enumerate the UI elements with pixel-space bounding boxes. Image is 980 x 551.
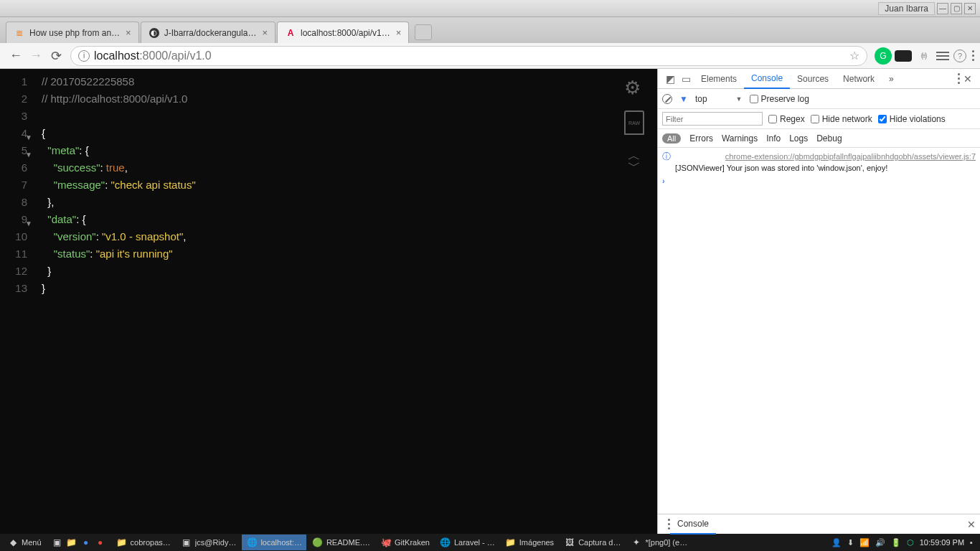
level-warnings[interactable]: Warnings — [722, 133, 758, 143]
window-maximize-button[interactable]: ▢ — [951, 3, 962, 14]
window-close-button[interactable]: ✕ — [964, 3, 976, 14]
devtools-tab-sources[interactable]: Sources — [790, 69, 836, 89]
hide-violations-label: Hide violations — [890, 114, 946, 124]
taskbar-item-1[interactable]: ▣jcs@Ridy… — [176, 534, 241, 550]
drawer-close-button[interactable]: ✕ — [967, 519, 976, 530]
clear-console-icon[interactable] — [662, 94, 672, 104]
taskbar-item-8[interactable]: ✦*[png0] (e… — [626, 534, 692, 550]
window-minimize-button[interactable]: — — [937, 3, 948, 14]
console-filter-row: Regex Hide network Hide violations — [658, 109, 980, 129]
regex-checkbox[interactable]: Regex — [768, 114, 805, 124]
level-debug[interactable]: Debug — [816, 133, 842, 143]
tray-download-icon[interactable]: ⬇ — [847, 538, 854, 547]
dropdown-triangle-icon: ▼ — [736, 95, 743, 103]
taskbar-item-0[interactable]: 📁cobropas… — [112, 534, 175, 550]
level-info[interactable]: Info — [766, 133, 781, 143]
device-toggle-icon[interactable]: ▭ — [678, 71, 694, 87]
help-icon[interactable]: ? — [953, 50, 966, 62]
level-errors[interactable]: Errors — [689, 133, 713, 143]
taskbar-item-3[interactable]: 🟢README.… — [308, 534, 374, 550]
back-button[interactable]: ← — [6, 46, 26, 66]
tab-favicon: ◐ — [149, 27, 160, 39]
url-host: localhost — [94, 50, 139, 62]
filter-icon[interactable]: ▼ — [679, 94, 688, 104]
taskbar-app-icon: ✦ — [631, 537, 642, 548]
console-toolbar: ▼ top ▼ Preserve log — [658, 89, 980, 109]
taskbar-item-label: *[png0] (e… — [645, 538, 687, 547]
gear-icon[interactable]: ⚙ — [624, 79, 644, 99]
tray-battery-icon[interactable]: 🔋 — [891, 538, 901, 547]
tray-wifi-icon[interactable]: 📶 — [859, 538, 870, 547]
taskbar-item-5[interactable]: 🌐Laravel - … — [435, 534, 499, 550]
tab-close-icon[interactable]: × — [396, 27, 402, 38]
bookmark-star-icon[interactable]: ☆ — [849, 49, 859, 62]
drawer-console-tab[interactable]: Console — [670, 514, 716, 534]
taskbar-clock[interactable]: 10:59:09 PM — [920, 538, 964, 547]
level-logs[interactable]: Logs — [789, 133, 808, 143]
console-prompt[interactable]: › — [662, 176, 976, 185]
devtools-tab-console[interactable]: Console — [744, 69, 790, 89]
url-path: /api/v1.0 — [168, 50, 211, 62]
tray-user-icon[interactable]: 👤 — [831, 538, 842, 547]
log-source-link[interactable]: chrome-extension://gbmdgpbipfallnflgajpa… — [675, 151, 976, 162]
info-icon: ⓘ — [662, 151, 671, 162]
context-label: top — [695, 94, 707, 104]
forward-button[interactable]: → — [26, 46, 46, 66]
browser-tab-0[interactable]: ≣How use php from an…× — [6, 22, 139, 43]
taskbar-app-icon: 🌐 — [246, 537, 258, 548]
extension-icon-2[interactable] — [895, 50, 912, 62]
reload-button[interactable]: ⟳ — [46, 46, 66, 66]
browser-tab-strip: ≣How use php from an…×◐J-Ibarra/dockeran… — [0, 17, 980, 43]
tray-bluetooth-icon[interactable]: ⬡ — [907, 538, 914, 547]
hide-network-checkbox[interactable]: Hide network — [811, 114, 872, 124]
taskbar-item-label: Captura d… — [578, 538, 621, 547]
taskbar-app-icon: ▣ — [181, 537, 192, 548]
os-taskbar: ◆Menú ▣📁●● 📁cobropas…▣jcs@Ridy…🌐localhos… — [0, 534, 980, 551]
tab-favicon: A — [285, 27, 296, 39]
fold-toggle[interactable]: ▼ — [24, 146, 33, 164]
start-menu-button[interactable]: ◆Menú — [3, 534, 46, 550]
site-info-icon[interactable]: i — [78, 50, 90, 62]
devtools-panel: ◩ ▭ ElementsConsoleSourcesNetwork » ✕ ▼ … — [657, 69, 980, 534]
taskbar-item-7[interactable]: 🖼Captura d… — [560, 534, 625, 550]
context-selector[interactable]: top ▼ — [695, 94, 743, 104]
taskbar-item-2[interactable]: 🌐localhost:… — [242, 534, 306, 550]
console-body[interactable]: ⓘ chrome-extension://gbmdgpbipfallnflgaj… — [658, 148, 980, 514]
preserve-log-checkbox[interactable]: Preserve log — [750, 94, 809, 104]
extension-icon-1[interactable]: G — [875, 47, 892, 65]
taskbar-item-label: GitKraken — [395, 538, 430, 547]
taskbar-item-label: Imágenes — [519, 538, 554, 547]
system-tray: 👤 ⬇ 📶 🔊 🔋 ⬡ 10:59:09 PM ▪ — [831, 538, 977, 547]
level-all[interactable]: All — [662, 133, 681, 143]
devtools-tab-network[interactable]: Network — [836, 69, 882, 89]
devtools-close-button[interactable]: ✕ — [960, 71, 976, 87]
taskbar-item-label: cobropas… — [131, 538, 171, 547]
inspect-icon[interactable]: ◩ — [662, 71, 678, 87]
fold-arrows[interactable]: ︿﹀ — [628, 151, 641, 171]
tray-volume-icon[interactable]: 🔊 — [875, 538, 885, 547]
taskbar-item-4[interactable]: 🐙GitKraken — [376, 534, 434, 550]
devtools-more-tabs[interactable]: » — [882, 69, 901, 89]
tab-close-icon[interactable]: × — [126, 27, 131, 38]
new-tab-button[interactable] — [415, 24, 432, 40]
taskbar-item-label: localhost:… — [260, 538, 301, 547]
address-bar[interactable]: i localhost:8000/api/v1.0 ☆ — [70, 46, 867, 66]
fold-toggle[interactable]: ▼ — [24, 129, 33, 146]
chrome-menu-button[interactable] — [972, 50, 974, 61]
raw-toggle-button[interactable]: RAW — [624, 110, 644, 135]
quick-launch[interactable]: ▣📁●● — [47, 534, 110, 550]
fold-toggle[interactable]: ▼ — [24, 215, 33, 232]
browser-tab-1[interactable]: ◐J-Ibarra/dockerangula…× — [141, 22, 275, 43]
browser-tab-2[interactable]: Alocalhost:8000/api/v1…× — [277, 22, 409, 43]
console-filter-input[interactable] — [662, 112, 763, 126]
console-levels: All Errors Warnings Info Logs Debug — [658, 129, 980, 148]
tab-close-icon[interactable]: × — [262, 27, 268, 38]
extension-icon-3[interactable]: (≡) — [915, 47, 932, 65]
code-body[interactable]: // 20170522225858// http://localhost:800… — [42, 73, 196, 297]
tray-show-desktop[interactable]: ▪ — [970, 538, 973, 547]
extension-icon-4[interactable] — [936, 52, 949, 60]
taskbar-item-6[interactable]: 📁Imágenes — [501, 534, 558, 550]
chevron-down-icon[interactable]: ﹀ — [628, 161, 641, 171]
devtools-tab-elements[interactable]: Elements — [694, 69, 744, 89]
hide-violations-checkbox[interactable]: Hide violations — [878, 114, 946, 124]
